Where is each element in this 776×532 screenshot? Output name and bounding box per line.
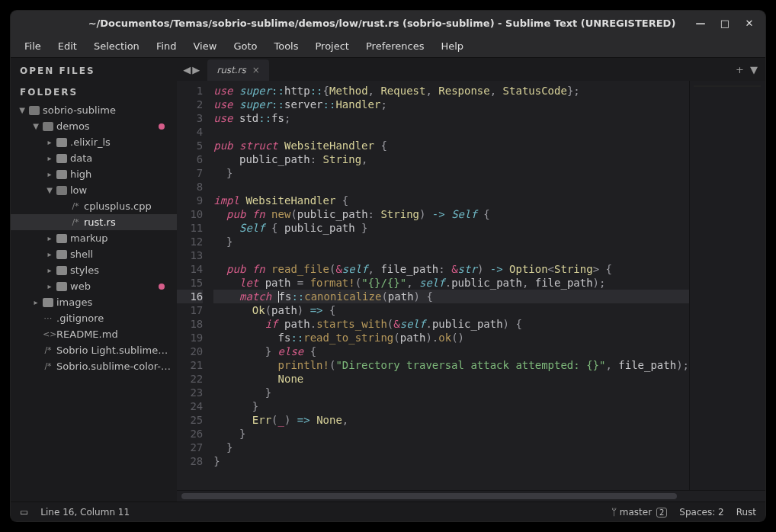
line-number: 14	[177, 262, 203, 276]
folder-item[interactable]: ▸web	[11, 278, 177, 294]
tree-label: high	[70, 168, 171, 180]
menu-view[interactable]: View	[186, 37, 225, 55]
menu-goto[interactable]: Goto	[226, 37, 265, 55]
line-number: 13	[177, 248, 203, 262]
line-number: 22	[177, 372, 203, 386]
tab-close-icon[interactable]: ×	[252, 65, 260, 75]
editor[interactable]: 1234567891011121314151617181920212223242…	[177, 81, 765, 490]
titlebar: ~/Documentos/Temas/sobrio-sublime/demos/…	[11, 11, 765, 35]
tab-prev-icon[interactable]: ◀	[183, 64, 191, 75]
minimap[interactable]	[689, 81, 765, 490]
tree-label: README.md	[56, 328, 171, 340]
code-line: None	[213, 372, 689, 386]
line-number: 8	[177, 180, 203, 194]
code-line: }	[213, 399, 689, 413]
file-item[interactable]: /*cplusplus.cpp	[11, 198, 177, 214]
status-bar: ▭ Line 16, Column 11 ᛘ master 2 Spaces: …	[11, 502, 765, 521]
folder-item[interactable]: ▸images	[11, 294, 177, 310]
menu-preferences[interactable]: Preferences	[358, 37, 431, 55]
file-item[interactable]: <>README.md	[11, 326, 177, 342]
folder-item[interactable]: ▸.elixir_ls	[11, 134, 177, 150]
code-line: pub fn new(public_path: String) -> Self …	[213, 207, 689, 221]
new-tab-icon[interactable]: +	[736, 64, 744, 75]
tab-dropdown-icon[interactable]: ▼	[750, 64, 758, 75]
disclosure-arrow: ▼	[46, 186, 53, 194]
folders-header: FOLDERS	[11, 81, 177, 101]
disclosure-arrow: ▸	[46, 234, 53, 242]
code-line	[213, 180, 689, 194]
window-title: ~/Documentos/Temas/sobrio-sublime/demos/…	[11, 18, 685, 29]
minimize-button[interactable]: —	[695, 18, 706, 28]
menu-tools[interactable]: Tools	[266, 37, 306, 55]
scrollbar-thumb[interactable]	[181, 493, 677, 499]
folder-item[interactable]: ▸data	[11, 150, 177, 166]
folder-icon	[56, 170, 67, 179]
tree-label: images	[56, 296, 171, 308]
disclosure-arrow: ▸	[46, 170, 53, 178]
file-icon: /*	[70, 217, 81, 227]
tree-label: .gitignore	[56, 312, 171, 324]
code-line	[213, 125, 689, 139]
line-number: 11	[177, 221, 203, 235]
minimap-content	[694, 85, 761, 177]
line-number: 26	[177, 427, 203, 441]
folder-item[interactable]: ▼sobrio-sublime	[11, 102, 177, 118]
menu-project[interactable]: Project	[307, 37, 356, 55]
file-item[interactable]: /*rust.rs	[11, 214, 177, 230]
tab-next-icon[interactable]: ▶	[192, 64, 200, 75]
code-line: let path = format!("{}/{}", self.public_…	[213, 276, 689, 290]
folder-icon	[56, 266, 67, 275]
disclosure-arrow: ▸	[32, 298, 40, 306]
status-indent[interactable]: Spaces: 2	[679, 507, 723, 518]
line-number: 9	[177, 194, 203, 207]
folder-item[interactable]: ▸shell	[11, 246, 177, 262]
tree-label: sobrio-sublime	[43, 104, 171, 116]
code-line: } else {	[213, 345, 689, 358]
line-number: 3	[177, 111, 203, 125]
folder-item[interactable]: ▼low	[11, 182, 177, 198]
app-window: ~/Documentos/Temas/sobrio-sublime/demos/…	[11, 11, 765, 521]
close-button[interactable]: ✕	[744, 18, 755, 28]
code-line: }	[213, 427, 689, 441]
file-icon: /*	[70, 201, 81, 211]
folder-item[interactable]: ▸markup	[11, 230, 177, 246]
maximize-button[interactable]: □	[720, 18, 730, 28]
disclosure-arrow: ▸	[46, 282, 53, 290]
code-line: impl WebsiteHandler {	[213, 194, 689, 207]
menu-find[interactable]: Find	[149, 37, 184, 55]
file-item[interactable]: /*Sobrio Light.sublime-col	[11, 342, 177, 358]
status-branch[interactable]: ᛘ master 2	[611, 507, 667, 518]
status-syntax[interactable]: Rust	[736, 507, 756, 518]
folder-item[interactable]: ▸high	[11, 166, 177, 182]
panel-switcher-icon[interactable]: ▭	[20, 507, 28, 518]
menu-help[interactable]: Help	[433, 37, 471, 55]
disclosure-arrow: ▼	[18, 106, 26, 114]
line-number: 20	[177, 345, 203, 358]
code-line: }	[213, 441, 689, 454]
folder-item[interactable]: ▸styles	[11, 262, 177, 278]
folder-icon	[56, 234, 67, 243]
horizontal-scrollbar[interactable]	[177, 490, 765, 502]
menu-selection[interactable]: Selection	[86, 37, 147, 55]
tree-label: web	[70, 280, 156, 292]
line-number: 17	[177, 303, 203, 317]
status-selection: Line 16, Column 11	[40, 507, 130, 518]
sidebar: OPEN FILES FOLDERS ▼sobrio-sublime▼demos…	[11, 58, 177, 502]
folder-icon	[43, 298, 53, 307]
line-number: 10	[177, 207, 203, 221]
disclosure-arrow: ▸	[46, 266, 53, 274]
file-item[interactable]: /*Sobrio.sublime-color-sch	[11, 358, 177, 374]
code-line: match fs::canonicalize(path) {	[213, 290, 689, 303]
code-line: fs::read_to_string(path).ok()	[213, 331, 689, 345]
tree-label: Sobrio.sublime-color-sch	[56, 361, 171, 372]
code-line: use std::fs;	[213, 111, 689, 125]
menu-file[interactable]: File	[17, 37, 49, 55]
folder-item[interactable]: ▼demos	[11, 118, 177, 134]
file-item[interactable]: ⋯.gitignore	[11, 310, 177, 326]
menu-edit[interactable]: Edit	[50, 37, 85, 55]
line-number: 18	[177, 317, 203, 331]
code-view[interactable]: use super::http::{Method, Request, Respo…	[209, 81, 689, 490]
code-line	[213, 248, 689, 262]
code-line: Err(_) => None,	[213, 413, 689, 427]
tab-rust[interactable]: rust.rs ×	[207, 59, 269, 81]
